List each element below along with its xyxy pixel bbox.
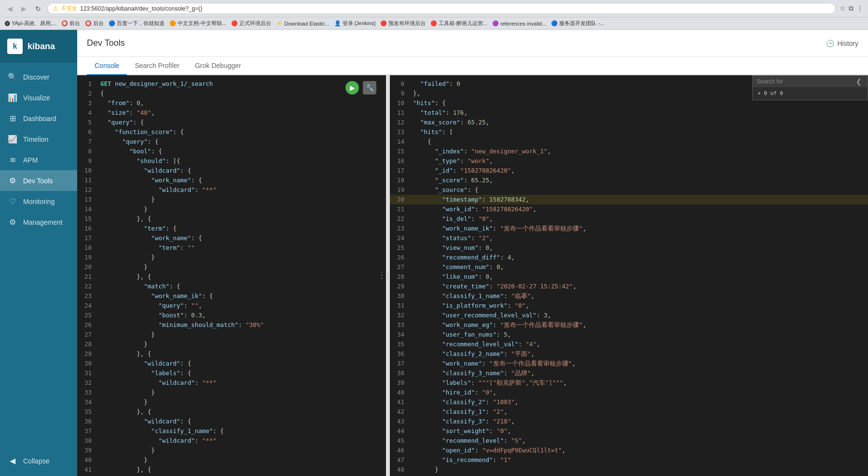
code-line: 22 "match": {: [77, 282, 386, 291]
bookmark-yapi[interactable]: 🅨 YApi-高效、易用,...: [5, 20, 56, 27]
sidebar-item-devtools[interactable]: ⚙ Dev Tools: [0, 170, 77, 191]
result-line: 23 "work_name_ik": "发布一个作品看看审核步骤",: [390, 224, 868, 233]
code-line: 20 }: [77, 262, 386, 272]
bookmark-references[interactable]: 🟣 references invalid...: [492, 20, 546, 27]
discover-icon: 🔍: [8, 72, 17, 82]
search-input[interactable]: [757, 78, 851, 85]
result-line: 24 "status": "2",: [390, 233, 868, 243]
main-content: Dev Tools 🕒 History Console Search Profi…: [77, 30, 868, 476]
visualize-icon: 📊: [8, 93, 17, 102]
sidebar-item-collapse[interactable]: ◀ Collapse: [8, 450, 69, 471]
bookmark-backend[interactable]: ⭕ 后台: [85, 20, 104, 27]
security-warning-icon: ⚠: [53, 5, 58, 12]
code-line: 28 }: [77, 340, 386, 349]
bookmark-baidu[interactable]: 🔵 百度一下，你就知道: [109, 20, 165, 27]
tab-grok-debugger[interactable]: Grok Debugger: [187, 57, 249, 75]
query-panel[interactable]: ▶ 🔧 1 GET new_designer_work_1/_search 2 …: [77, 75, 386, 476]
tab-console[interactable]: Console: [87, 57, 127, 75]
result-line: 42 "classify_1": "2",: [390, 407, 868, 417]
extension-icon[interactable]: ⧉: [849, 4, 854, 13]
code-line: 19 }: [77, 253, 386, 262]
code-line: 8 "bool": {: [77, 147, 386, 156]
code-line: 26 "minimum_should_match": "30%": [77, 320, 386, 330]
result-line: 44 "sort_weight": "0",: [390, 426, 868, 436]
bookmark-tools[interactable]: 🔴 工具箱-醉画儿运营...: [430, 20, 487, 27]
result-line: 25 "view_num": 0,: [390, 243, 868, 253]
bookmark-star-icon[interactable]: ☆: [840, 4, 846, 13]
result-line: 18 "_score": 65.25,: [390, 176, 868, 185]
code-line: 17 "work_name": {: [77, 233, 386, 243]
result-line: 35 "recommend_level_val": "4",: [390, 340, 868, 349]
bookmark-frontend[interactable]: ⭕ 前台: [61, 20, 80, 27]
result-line: 41 "classify_2": "1003",: [390, 397, 868, 407]
result-line: 48 }: [390, 465, 868, 475]
sidebar-nav: 🔍 Discover 📊 Visualize ⊞ Dashboard 📈 Tim…: [0, 63, 77, 446]
history-button[interactable]: 🕒 History: [826, 40, 858, 47]
result-line-highlighted: 20 "timestamp": 1582788342,: [390, 195, 868, 204]
result-line: 27 "comment_num": 0,: [390, 262, 868, 272]
result-line: 14 {: [390, 137, 868, 147]
code-line: 13 }: [77, 195, 386, 204]
bookmarks-bar: 🅨 YApi-高效、易用,... ⭕ 前台 ⭕ 后台 🔵 百度一下，你就知道 🟠…: [0, 17, 868, 30]
result-line: 22 "is_del": "0",: [390, 214, 868, 224]
code-line: 5 "query": {: [77, 118, 386, 127]
code-line: 30 "wildcard": {: [77, 359, 386, 368]
code-line: 36 "wildcard": {: [77, 417, 386, 426]
code-line: 31 "labels": {: [77, 368, 386, 378]
management-icon: ⚙: [8, 218, 17, 227]
code-line: 38 "wildcard": "**": [77, 436, 386, 446]
bookmark-elastic[interactable]: ⚡ Download Elastic...: [276, 20, 330, 27]
code-line: 9 "should": [{: [77, 156, 386, 166]
panel-resizer[interactable]: ···: [386, 75, 390, 476]
browser-chrome: ◀ ▶ ↻ ⚠ 不安全 123:5602/app/kibana#/dev_too…: [0, 0, 868, 17]
tabs-bar: Console Search Profiler Grok Debugger: [77, 57, 868, 75]
reload-button[interactable]: ↻: [33, 4, 43, 14]
result-line: 34 "user_fan_nums": 5,: [390, 330, 868, 340]
sidebar-item-discover[interactable]: 🔍 Discover: [0, 67, 77, 87]
bookmark-server-team[interactable]: 🔵 服务器开发团队 -...: [551, 20, 604, 27]
result-line: 16 "_type": "work",: [390, 156, 868, 166]
page-title: Dev Tools: [87, 38, 125, 48]
forward-button[interactable]: ▶: [19, 4, 29, 14]
timelion-icon: 📈: [8, 135, 17, 144]
query-code: 1 GET new_designer_work_1/_search 2 { 3 …: [77, 75, 386, 476]
resizer-dots: ···: [377, 271, 386, 280]
bookmark-prod-admin[interactable]: 🔴 正式环境后台: [231, 20, 271, 27]
search-close-button[interactable]: ❮: [854, 78, 864, 85]
menu-icon[interactable]: ⋮: [856, 4, 863, 13]
sidebar-item-management[interactable]: ⚙ Management: [0, 212, 77, 232]
result-line: 17 "_id": "158278826420",: [390, 166, 868, 176]
result-line: 12 "max_score": 65.25,: [390, 118, 868, 127]
result-line: 33 "work_name_eg": "发布一个作品看看审核步骤",: [390, 320, 868, 330]
browser-actions: ☆ ⧉ ⋮: [840, 4, 863, 13]
code-line: 24 "query": "",: [77, 301, 386, 311]
result-line: 45 "recommend_level": "S",: [390, 436, 868, 446]
bookmark-chinese-docs[interactable]: 🟠 中文文档-中文帮助...: [169, 20, 226, 27]
sidebar-item-dashboard[interactable]: ⊞ Dashboard: [0, 108, 77, 129]
url-bar[interactable]: ⚠ 不安全 123:5602/app/kibana#/dev_tools/con…: [47, 3, 836, 14]
code-line: 32 "wildcard": "**": [77, 378, 386, 388]
sidebar-item-apm[interactable]: ≋ APM: [0, 150, 77, 170]
code-line: 37 "classify_1_name": {: [77, 426, 386, 436]
result-line: 11 "total": 176,: [390, 108, 868, 118]
result-line: 36 "classify_2_name": "平面",: [390, 349, 868, 359]
sidebar-item-visualize[interactable]: 📊 Visualize: [0, 87, 77, 108]
result-line: 26 "recommend_diff": 4,: [390, 253, 868, 262]
code-line: 27 }: [77, 330, 386, 340]
devtools-icon: ⚙: [8, 176, 17, 185]
sidebar-item-timelion[interactable]: 📈 Timelion: [0, 129, 77, 150]
result-line: 31 "is_platform_work": "0",: [390, 301, 868, 311]
result-panel[interactable]: ❮ + 0 of 0 8 "failed": 0 9 },: [390, 75, 868, 476]
wrench-button[interactable]: 🔧: [363, 81, 376, 95]
sidebar-item-monitoring[interactable]: ♡ Monitoring: [0, 191, 77, 212]
result-line: 30 "classify_1_name": "临摹",: [390, 291, 868, 301]
bookmark-yapi-icon: 🅨: [5, 21, 10, 27]
back-button[interactable]: ◀: [5, 4, 15, 14]
run-button[interactable]: ▶: [345, 81, 359, 95]
result-line: 47 "is_recommend": "1": [390, 455, 868, 465]
bookmark-jenkins[interactable]: 👤 登录 [Jenkins]: [334, 20, 375, 27]
tab-search-profiler[interactable]: Search Profiler: [127, 57, 187, 75]
search-overlay-header: ❮: [753, 76, 868, 87]
code-line: 33 }: [77, 388, 386, 397]
bookmark-pre-prod[interactable]: 🔴 预发布环境后台: [380, 20, 426, 27]
